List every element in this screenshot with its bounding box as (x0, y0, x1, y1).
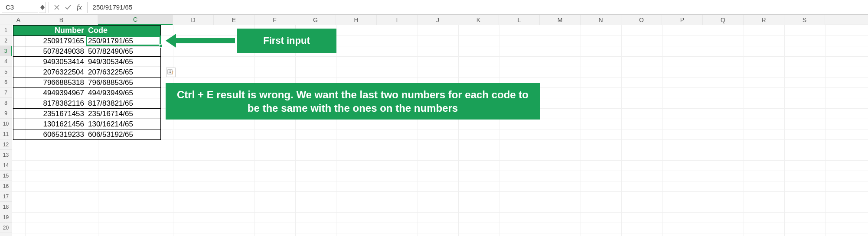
table-header-code: Code (86, 26, 161, 36)
row-header[interactable]: 19 (0, 212, 12, 223)
name-box[interactable]: C3 (2, 2, 38, 13)
svg-rect-5 (174, 38, 235, 43)
name-box-value: C3 (6, 3, 14, 11)
cell-code[interactable]: 796/68853/65 (86, 78, 161, 88)
cell-code[interactable]: 949/30534/65 (86, 57, 161, 67)
row-header[interactable]: 15 (0, 171, 12, 181)
callout-first-input: First input (237, 29, 336, 53)
column-header[interactable]: K (458, 15, 499, 25)
cell-number[interactable]: 6065319233 (13, 129, 86, 140)
table-row[interactable]: 1301621456130/16214/65 (13, 119, 161, 129)
formula-input[interactable] (90, 2, 866, 13)
svg-rect-4 (170, 72, 171, 73)
cell-number[interactable]: 1301621456 (13, 119, 86, 129)
table-row[interactable]: 5078249038507/82490/65 (13, 46, 161, 57)
row-header[interactable]: 12 (0, 139, 12, 150)
cell-number[interactable]: 9493053414 (13, 57, 86, 67)
table-row[interactable]: 2351671453235/16714/65 (13, 109, 161, 119)
svg-rect-1 (169, 71, 170, 71)
cell-number[interactable]: 2351671453 (13, 109, 86, 119)
formula-bar: C3 fx (0, 0, 868, 15)
callout-explanation: Ctrl + E result is wrong. We want the la… (166, 83, 540, 120)
divider (49, 2, 49, 13)
fx-label[interactable]: fx (74, 3, 85, 11)
row-header[interactable]: 17 (0, 191, 12, 202)
row-header[interactable]: 4 (0, 56, 12, 67)
row-header[interactable]: 16 (0, 181, 12, 191)
callout-explanation-text: Ctrl + E result is wrong. We want the la… (173, 88, 532, 115)
row-header[interactable]: 2 (0, 36, 12, 46)
row-headers: 12345678910111213141516171819202122 (0, 25, 12, 236)
row-header[interactable]: 1 (0, 25, 12, 36)
row-header[interactable]: 11 (0, 129, 12, 139)
cell-code[interactable]: 235/16714/65 (86, 109, 161, 119)
row-header[interactable]: 18 (0, 202, 12, 212)
svg-rect-3 (169, 72, 170, 73)
arrow-first-input (166, 32, 235, 49)
name-box-stepper[interactable] (39, 2, 46, 13)
column-header[interactable]: C (98, 15, 173, 25)
table-body: 2509179165250/91791/655078249038507/8249… (13, 36, 161, 140)
column-header[interactable]: I (377, 15, 418, 25)
column-header[interactable]: A (12, 15, 25, 25)
row-header[interactable]: 8 (0, 98, 12, 108)
cell-code[interactable]: 250/91791/65 (86, 36, 161, 46)
table-row[interactable]: 8178382116817/83821/65 (13, 98, 161, 109)
column-header[interactable]: Q (703, 15, 744, 25)
row-header[interactable]: 3 (0, 46, 12, 56)
column-header[interactable]: R (744, 15, 784, 25)
row-header[interactable]: 20 (0, 223, 12, 233)
fill-handle[interactable] (159, 44, 163, 48)
row-header[interactable]: 21 (0, 233, 12, 236)
table-row[interactable]: 4949394967494/93949/65 (13, 88, 161, 98)
cell-code[interactable]: 494/93949/65 (86, 88, 161, 98)
column-header[interactable]: M (540, 15, 581, 25)
table-header-number: Number (13, 26, 86, 36)
data-table: Number Code 2509179165250/91791/65507824… (13, 25, 161, 140)
column-header[interactable]: O (621, 15, 662, 25)
svg-rect-2 (170, 71, 171, 71)
column-headers: ABCDEFGHIJKLMNOPQRS (0, 15, 868, 25)
column-header[interactable]: P (662, 15, 703, 25)
table-row[interactable]: 6065319233606/53192/65 (13, 129, 161, 140)
cell-number[interactable]: 2076322504 (13, 67, 86, 78)
row-header[interactable]: 5 (0, 67, 12, 77)
table-row[interactable]: 2076322504207/63225/65 (13, 67, 161, 78)
table-row[interactable]: 9493053414949/30534/65 (13, 57, 161, 67)
column-header[interactable]: D (173, 15, 214, 25)
cell-number[interactable]: 8178382116 (13, 98, 86, 109)
row-header[interactable]: 10 (0, 119, 12, 129)
select-all-corner[interactable] (0, 15, 12, 25)
table-row[interactable]: 2509179165250/91791/65 (13, 36, 161, 46)
cell-code[interactable]: 606/53192/65 (86, 129, 161, 140)
cell-code[interactable]: 817/83821/65 (86, 98, 161, 109)
flash-fill-options-button[interactable] (166, 68, 176, 77)
column-header[interactable]: G (295, 15, 336, 25)
column-header[interactable]: N (581, 15, 621, 25)
column-header[interactable]: F (255, 15, 295, 25)
column-header[interactable]: E (214, 15, 255, 25)
cell-number[interactable]: 5078249038 (13, 46, 86, 57)
row-header[interactable]: 7 (0, 87, 12, 98)
column-header[interactable]: J (418, 15, 458, 25)
sheet-grid[interactable]: ABCDEFGHIJKLMNOPQRS 12345678910111213141… (0, 15, 868, 236)
divider (87, 2, 88, 13)
row-header[interactable]: 14 (0, 160, 12, 171)
table-row[interactable]: 7966885318796/68853/65 (13, 78, 161, 88)
cancel-formula-button[interactable] (52, 2, 62, 13)
row-header[interactable]: 9 (0, 108, 12, 119)
column-header[interactable]: L (499, 15, 540, 25)
cell-code[interactable]: 507/82490/65 (86, 46, 161, 57)
cell-number[interactable]: 4949394967 (13, 88, 86, 98)
column-header[interactable]: S (784, 15, 825, 25)
cell-code[interactable]: 207/63225/65 (86, 67, 161, 78)
column-header[interactable]: H (336, 15, 377, 25)
cell-number[interactable]: 2509179165 (13, 36, 86, 46)
column-header[interactable]: B (25, 15, 98, 25)
confirm-formula-button[interactable] (63, 2, 73, 13)
cell-number[interactable]: 7966885318 (13, 78, 86, 88)
row-header[interactable]: 6 (0, 77, 12, 87)
cell-code[interactable]: 130/16214/65 (86, 119, 161, 129)
spreadsheet-app: C3 fx ABCDEFGHIJKLMNOPQRS 12345678910111… (0, 0, 868, 236)
row-header[interactable]: 13 (0, 150, 12, 160)
